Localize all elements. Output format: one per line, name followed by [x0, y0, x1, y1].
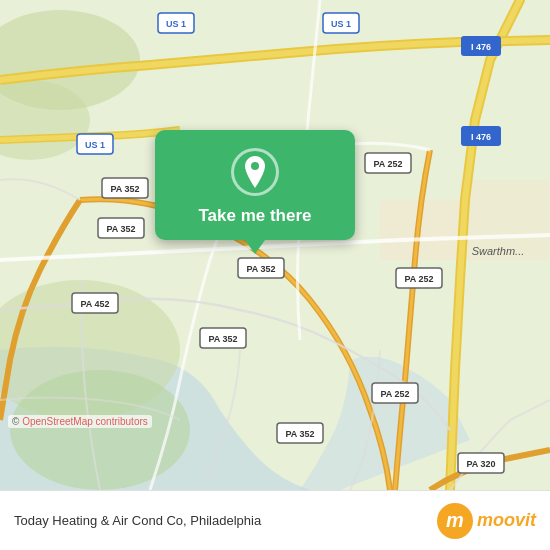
take-me-there-label: Take me there	[198, 206, 311, 226]
svg-text:PA 352: PA 352	[106, 224, 135, 234]
openstreetmap-link[interactable]: OpenStreetMap contributors	[22, 416, 148, 427]
svg-text:US 1: US 1	[331, 19, 351, 29]
location-pin-icon	[231, 148, 279, 196]
moovit-m-icon: m	[437, 503, 473, 539]
svg-text:US 1: US 1	[166, 19, 186, 29]
svg-text:PA 352: PA 352	[208, 334, 237, 344]
business-name-label: Today Heating & Air Cond Co, Philadelphi…	[14, 513, 261, 528]
svg-text:US 1: US 1	[85, 140, 105, 150]
copyright-notice: © OpenStreetMap contributors	[8, 415, 152, 428]
bottom-bar: Today Heating & Air Cond Co, Philadelphi…	[0, 490, 550, 550]
copyright-symbol: ©	[12, 416, 19, 427]
svg-text:PA 320: PA 320	[466, 459, 495, 469]
svg-text:PA 352: PA 352	[246, 264, 275, 274]
svg-text:PA 252: PA 252	[404, 274, 433, 284]
svg-text:I 476: I 476	[471, 132, 491, 142]
svg-text:PA 452: PA 452	[80, 299, 109, 309]
svg-text:Swarthm...: Swarthm...	[472, 245, 525, 257]
popup-card[interactable]: Take me there	[155, 130, 355, 240]
moovit-m-letter: m	[446, 509, 464, 532]
moovit-wordmark: moovit	[477, 510, 536, 531]
svg-text:PA 252: PA 252	[380, 389, 409, 399]
moovit-logo: m moovit	[437, 503, 536, 539]
svg-text:PA 352: PA 352	[110, 184, 139, 194]
map-container: US 1 US 1 I 476 I 476 US 1 PA 352 PA 252…	[0, 0, 550, 490]
svg-point-38	[251, 162, 259, 170]
svg-text:PA 352: PA 352	[285, 429, 314, 439]
svg-text:I 476: I 476	[471, 42, 491, 52]
svg-point-4	[10, 370, 190, 490]
svg-text:PA 252: PA 252	[373, 159, 402, 169]
